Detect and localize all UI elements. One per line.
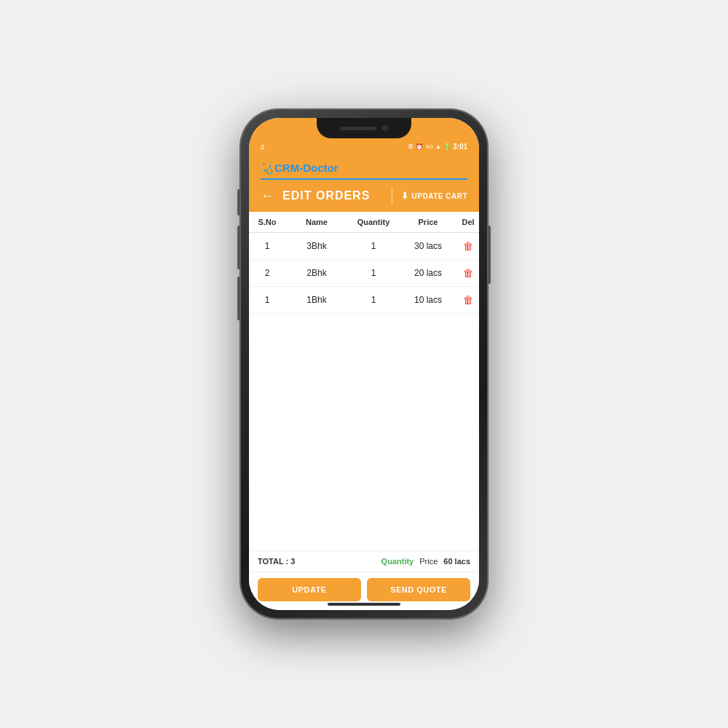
stethoscope-icon: 🩺 <box>261 162 273 174</box>
speaker <box>340 127 376 130</box>
cell-price-3: 10 lacs <box>399 295 457 305</box>
battery-icon: 🔋 <box>443 143 451 150</box>
front-camera <box>382 125 388 131</box>
cell-qty-2[interactable]: 1 <box>348 268 399 278</box>
cell-del-2[interactable]: 🗑 <box>457 267 479 279</box>
side-btn-mute <box>237 189 240 215</box>
send-quote-button[interactable]: SEND QUOTE <box>367 578 470 601</box>
table-header: S.No Name Quantity Price Del <box>249 212 479 233</box>
update-button[interactable]: UPDATE <box>258 578 361 601</box>
col-header-name: Name <box>285 218 348 226</box>
col-header-sno: S.No <box>249 218 285 226</box>
alarm-icon: ⏰ <box>416 143 423 150</box>
update-cart-label: UPDATE CART <box>412 192 467 200</box>
side-btn-vol-up <box>237 226 240 269</box>
total-row: TOTAL : 3 Quantity Price 60 lacs <box>249 551 479 572</box>
cell-sno-3: 1 <box>249 295 285 305</box>
signal-icon: ▲ <box>435 143 441 150</box>
status-right-area: ⦿ ⏰ 4G ▲ 🔋 3:01 <box>408 143 467 151</box>
price-label: Price <box>419 557 438 566</box>
col-header-del: Del <box>457 218 479 226</box>
location-icon: ⦿ <box>408 143 414 150</box>
side-btn-vol-down <box>237 277 240 320</box>
page-title: EDIT ORDERS <box>282 189 383 202</box>
logo-area: 🩺 CRM - Doctor <box>249 156 479 178</box>
footer-area: TOTAL : 3 Quantity Price 60 lacs UPDATE … <box>249 550 479 610</box>
header-divider <box>392 187 392 205</box>
cell-name-3: 1Bhk <box>285 295 348 305</box>
total-label: TOTAL : 3 <box>258 557 295 566</box>
logo-doctor-text: Doctor <box>303 162 338 174</box>
notch <box>317 118 411 138</box>
cell-qty-3[interactable]: 1 <box>348 295 399 305</box>
orders-table: S.No Name Quantity Price Del 1 3Bhk 1 30… <box>249 212 479 550</box>
col-header-price: Price <box>399 218 457 226</box>
status-left-icon: g <box>261 143 264 150</box>
table-row: 2 2Bhk 1 20 lacs 🗑 <box>249 260 479 287</box>
cell-price-2: 20 lacs <box>399 268 457 278</box>
network-icon: 4G <box>425 143 433 150</box>
edit-orders-bar: ← EDIT ORDERS ⬇ UPDATE CART <box>249 180 479 212</box>
home-indicator <box>328 603 400 606</box>
cell-sno-1: 1 <box>249 241 285 251</box>
cell-price-1: 30 lacs <box>399 241 457 251</box>
cell-del-1[interactable]: 🗑 <box>457 240 479 252</box>
cell-del-3[interactable]: 🗑 <box>457 294 479 306</box>
phone-screen: g ⦿ ⏰ 4G ▲ 🔋 3:01 🩺 CRM - Doctor <box>249 118 479 610</box>
side-btn-power <box>488 226 491 284</box>
cell-name-2: 2Bhk <box>285 268 348 278</box>
status-bar: g ⦿ ⏰ 4G ▲ 🔋 3:01 <box>249 138 479 156</box>
cell-name-1: 3Bhk <box>285 241 348 251</box>
phone-device: g ⦿ ⏰ 4G ▲ 🔋 3:01 🩺 CRM - Doctor <box>240 109 488 619</box>
price-value: 60 lacs <box>443 557 470 566</box>
quantity-label: Quantity <box>381 557 414 566</box>
screen-content: g ⦿ ⏰ 4G ▲ 🔋 3:01 🩺 CRM - Doctor <box>249 118 479 610</box>
col-header-quantity: Quantity <box>348 218 399 226</box>
cart-icon: ⬇ <box>401 191 409 201</box>
back-button[interactable]: ← <box>261 189 274 204</box>
cell-sno-2: 2 <box>249 268 285 278</box>
cell-qty-1[interactable]: 1 <box>348 241 399 251</box>
table-row: 1 3Bhk 1 30 lacs 🗑 <box>249 233 479 260</box>
logo-crm-text: CRM <box>274 162 299 174</box>
update-cart-button[interactable]: ⬇ UPDATE CART <box>401 191 467 201</box>
status-time: 3:01 <box>453 143 467 151</box>
table-row: 1 1Bhk 1 10 lacs 🗑 <box>249 287 479 314</box>
